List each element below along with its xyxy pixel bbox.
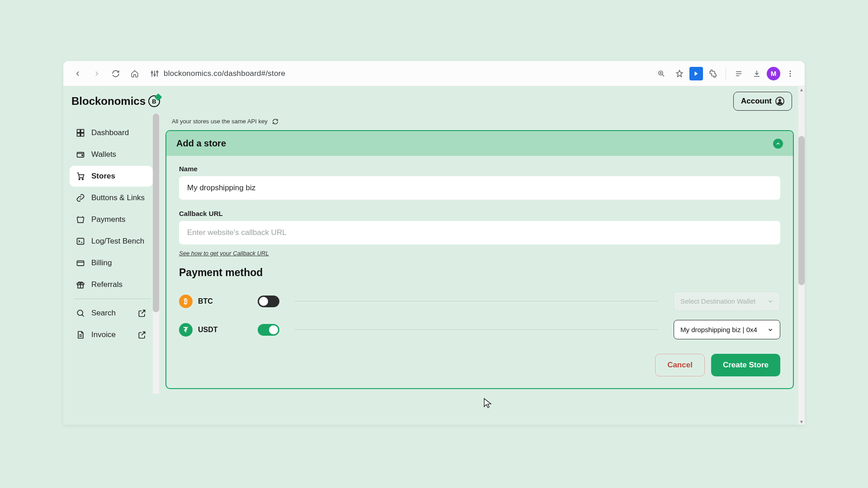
link-icon — [76, 193, 85, 202]
callback-url-input[interactable] — [179, 221, 780, 244]
home-button[interactable] — [127, 66, 143, 82]
brand-badge-icon: B — [148, 95, 160, 107]
svg-rect-25 — [77, 261, 84, 266]
app-root: Blockonomics B Account Dashboard Wallets… — [63, 86, 805, 425]
bookmark-icon[interactable] — [671, 66, 688, 82]
extensions-icon[interactable] — [705, 66, 721, 82]
svg-point-15 — [790, 75, 791, 76]
external-link-icon — [137, 309, 146, 318]
address-bar[interactable]: blockonomics.co/dashboard#/store — [150, 69, 646, 78]
sidebar-item-log-test-bench[interactable]: Log/Test Bench — [70, 231, 153, 252]
usdt-toggle[interactable] — [258, 324, 279, 336]
svg-line-7 — [662, 75, 664, 76]
invoice-icon — [76, 330, 85, 339]
dashboard-icon — [76, 128, 85, 137]
svg-point-21 — [82, 155, 83, 156]
sidebar-item-referrals[interactable]: Referrals — [70, 274, 153, 295]
collapse-button[interactable] — [773, 139, 783, 149]
external-link-icon — [137, 330, 146, 339]
svg-point-4 — [154, 74, 155, 75]
sidebar: Dashboard Wallets Stores Buttons & Links… — [63, 86, 159, 425]
account-button[interactable]: Account — [733, 92, 792, 111]
svg-rect-16 — [77, 130, 80, 133]
sidebar-item-stores[interactable]: Stores — [70, 166, 153, 187]
reload-button[interactable] — [108, 66, 124, 82]
payment-row-btc: ₿ BTC Select Destination Wallet — [179, 287, 780, 315]
refresh-icon[interactable] — [272, 118, 278, 125]
forward-button[interactable] — [89, 66, 105, 82]
payments-icon — [76, 215, 85, 224]
svg-rect-17 — [81, 130, 84, 133]
divider-line — [295, 301, 658, 301]
chevron-down-icon — [767, 298, 774, 305]
sidebar-divider — [74, 299, 151, 299]
main-content: ▲ ▼ All your stores use the same API key… — [159, 86, 805, 425]
browser-toolbar: blockonomics.co/dashboard#/store M — [63, 61, 805, 86]
browser-window: blockonomics.co/dashboard#/store M Block… — [63, 61, 805, 425]
svg-point-14 — [790, 73, 791, 74]
toolbar-divider — [726, 68, 726, 80]
sidebar-item-invoice[interactable]: Invoice — [70, 324, 153, 345]
svg-rect-24 — [77, 239, 84, 244]
back-button[interactable] — [70, 66, 86, 82]
create-store-button[interactable]: Create Store — [711, 354, 780, 376]
payment-method-heading: Payment method — [179, 267, 780, 279]
app-header: Blockonomics B Account — [63, 86, 805, 116]
svg-line-31 — [82, 315, 84, 317]
wallet-icon — [76, 150, 85, 159]
terminal-icon — [76, 237, 85, 246]
divider-line — [295, 329, 658, 330]
btc-label: BTC — [198, 297, 213, 305]
form-actions: Cancel Create Store — [179, 354, 780, 376]
usdt-label: USDT — [198, 326, 218, 334]
sidebar-scrollbar[interactable] — [153, 113, 159, 394]
payment-row-usdt: ₮ USDT My dropshipping biz | 0x4 — [179, 315, 780, 344]
svg-point-13 — [790, 70, 791, 72]
cancel-button[interactable]: Cancel — [655, 354, 705, 376]
downloads-icon[interactable] — [749, 66, 765, 82]
svg-rect-18 — [77, 133, 80, 136]
api-key-notice: All your stores use the same API key — [159, 116, 805, 130]
usdt-wallet-select[interactable]: My dropshipping biz | 0x4 — [674, 320, 780, 339]
main-scrollbar[interactable]: ▲ ▼ — [798, 86, 805, 425]
card-header: Add a store — [166, 131, 793, 156]
btc-icon: ₿ — [179, 295, 193, 308]
scroll-down-icon[interactable]: ▼ — [799, 419, 804, 424]
callback-help-link[interactable]: See how to get your Callback URL — [179, 250, 269, 257]
sidebar-item-buttons-links[interactable]: Buttons & Links — [70, 188, 153, 208]
reading-list-icon[interactable] — [731, 66, 747, 82]
zoom-icon[interactable] — [653, 66, 670, 82]
btc-toggle[interactable] — [258, 296, 279, 307]
name-label: Name — [179, 165, 780, 173]
svg-rect-19 — [81, 133, 84, 136]
sidebar-item-billing[interactable]: Billing — [70, 253, 153, 273]
chevron-up-icon — [775, 141, 781, 146]
brand-logo[interactable]: Blockonomics B — [71, 95, 160, 108]
site-settings-icon — [150, 69, 159, 78]
svg-point-3 — [151, 71, 153, 73]
svg-point-5 — [156, 71, 158, 72]
sidebar-item-search[interactable]: Search — [70, 303, 153, 324]
usdt-icon: ₮ — [179, 323, 193, 337]
kebab-menu-icon[interactable] — [782, 66, 798, 82]
sidebar-item-payments[interactable]: Payments — [70, 209, 153, 230]
card-title: Add a store — [176, 138, 226, 149]
store-icon — [76, 172, 85, 181]
add-store-card: Add a store Name Callback URL See how to… — [165, 130, 794, 389]
store-name-input[interactable] — [179, 176, 780, 200]
url-text: blockonomics.co/dashboard#/store — [164, 69, 285, 78]
svg-point-23 — [82, 178, 84, 180]
search-icon — [76, 309, 85, 318]
callback-label: Callback URL — [179, 210, 780, 217]
account-icon — [775, 97, 784, 106]
svg-point-22 — [79, 178, 80, 180]
chevron-down-icon — [767, 327, 774, 333]
profile-avatar[interactable]: M — [767, 67, 780, 80]
svg-point-30 — [77, 310, 83, 316]
gift-icon — [76, 280, 85, 289]
card-body: Name Callback URL See how to get your Ca… — [166, 156, 793, 388]
btc-wallet-select: Select Destination Wallet — [674, 291, 780, 311]
extension-flag-icon[interactable] — [689, 67, 703, 80]
sidebar-item-wallets[interactable]: Wallets — [70, 144, 153, 165]
sidebar-item-dashboard[interactable]: Dashboard — [70, 122, 153, 143]
